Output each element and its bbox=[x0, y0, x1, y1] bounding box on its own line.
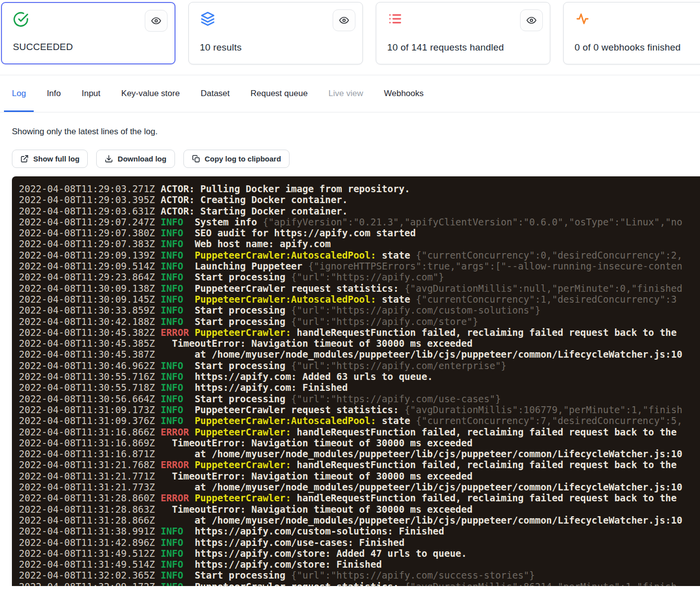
log-line: 2022-04-08T11:30:09.138Z INFO PuppeteerC… bbox=[19, 283, 700, 294]
tab-key-value-store[interactable]: Key-value store bbox=[114, 75, 188, 112]
view-requests-button[interactable] bbox=[520, 9, 543, 31]
log-line: 2022-04-08T11:31:28.860Z ERROR Puppeteer… bbox=[19, 492, 700, 503]
log-line: 2022-04-08T11:31:49.514Z INFO https://ap… bbox=[19, 559, 700, 570]
log-line: 2022-04-08T11:29:03.271Z ACTOR: Pulling … bbox=[19, 183, 700, 194]
pulse-icon bbox=[575, 11, 590, 27]
log-line: 2022-04-08T11:29:09.139Z INFO PuppeteerC… bbox=[19, 250, 700, 261]
run-status-card: SUCCEEDED bbox=[1, 2, 175, 64]
log-note: Showing only the latest lines of the log… bbox=[12, 127, 700, 137]
run-detail-tabs: Log Info Input Key-value store Dataset R… bbox=[0, 75, 700, 112]
copy-log-label: Copy log to clipboard bbox=[205, 155, 281, 163]
log-line: 2022-04-08T11:30:33.859Z INFO Start proc… bbox=[19, 305, 700, 316]
status-cards-row: SUCCEEDED 10 results 10 of 141 requests … bbox=[0, 0, 700, 64]
log-line: 2022-04-08T11:29:03.395Z ACTOR: Creating… bbox=[19, 194, 700, 205]
copy-icon bbox=[192, 155, 200, 163]
run-status-label: SUCCEEDED bbox=[13, 42, 73, 53]
show-full-log-button[interactable]: Show full log bbox=[12, 150, 88, 168]
log-line: 2022-04-08T11:31:16.871Z at /home/myuser… bbox=[19, 448, 700, 459]
eye-icon bbox=[339, 15, 350, 26]
log-line: 2022-04-08T11:29:03.631Z ACTOR: Starting… bbox=[19, 206, 700, 216]
log-line: 2022-04-08T11:32:09.172Z INFO PuppeteerC… bbox=[19, 581, 700, 586]
log-line: 2022-04-08T11:30:46.962Z INFO Start proc… bbox=[19, 360, 700, 371]
copy-log-button[interactable]: Copy log to clipboard bbox=[183, 150, 290, 168]
requests-handled-label: 10 of 141 requests handled bbox=[387, 42, 504, 53]
log-line: 2022-04-08T11:31:09.173Z INFO PuppeteerC… bbox=[19, 404, 700, 415]
log-line: 2022-04-08T11:29:07.247Z INFO System inf… bbox=[19, 216, 700, 227]
tab-log[interactable]: Log bbox=[4, 75, 34, 112]
log-line: 2022-04-08T11:31:16.866Z ERROR Puppeteer… bbox=[19, 427, 700, 437]
log-line: 2022-04-08T11:30:45.387Z at /home/myuser… bbox=[19, 349, 700, 360]
log-output: 2022-04-08T11:29:03.271Z ACTOR: Pulling … bbox=[12, 176, 700, 586]
tab-info[interactable]: Info bbox=[39, 75, 68, 112]
log-line: 2022-04-08T11:32:02.365Z INFO Start proc… bbox=[19, 570, 700, 581]
log-line: 2022-04-08T11:30:42.188Z INFO Start proc… bbox=[19, 316, 700, 327]
log-line: 2022-04-08T11:31:09.376Z INFO PuppeteerC… bbox=[19, 415, 700, 426]
download-log-button[interactable]: Download log bbox=[96, 150, 175, 168]
log-line: 2022-04-08T11:30:56.664Z INFO Start proc… bbox=[19, 393, 700, 404]
tab-request-queue[interactable]: Request queue bbox=[242, 75, 315, 112]
log-line: 2022-04-08T11:31:21.768Z ERROR Puppeteer… bbox=[19, 459, 700, 470]
tab-dataset[interactable]: Dataset bbox=[193, 75, 238, 112]
log-line: 2022-04-08T11:31:49.512Z INFO https://ap… bbox=[19, 548, 700, 559]
log-line: 2022-04-08T11:29:07.383Z INFO Web host n… bbox=[19, 238, 700, 249]
layers-icon bbox=[200, 11, 216, 27]
log-line: 2022-04-08T11:31:21.773Z at /home/myuser… bbox=[19, 482, 700, 492]
log-line: 2022-04-08T11:31:16.869Z TimeoutError: N… bbox=[19, 437, 700, 448]
view-status-button[interactable] bbox=[145, 10, 168, 32]
log-line: 2022-04-08T11:29:23.864Z INFO Start proc… bbox=[19, 271, 700, 282]
log-line: 2022-04-08T11:31:38.991Z INFO https://ap… bbox=[19, 526, 700, 536]
tab-live-view: Live view bbox=[321, 75, 371, 112]
log-line: 2022-04-08T11:30:55.718Z INFO https://ap… bbox=[19, 382, 700, 393]
external-link-icon bbox=[20, 155, 29, 163]
download-log-label: Download log bbox=[117, 155, 166, 163]
results-count-label: 10 results bbox=[200, 42, 241, 53]
requests-card: 10 of 141 requests handled bbox=[376, 2, 550, 64]
log-line: 2022-04-08T11:30:09.145Z INFO PuppeteerC… bbox=[19, 294, 700, 305]
webhooks-finished-label: 0 of 0 webhooks finished bbox=[575, 42, 681, 53]
eye-icon bbox=[151, 15, 162, 26]
log-line: 2022-04-08T11:31:21.771Z TimeoutError: N… bbox=[19, 471, 700, 482]
log-line: 2022-04-08T11:29:07.380Z INFO SEO audit … bbox=[19, 227, 700, 238]
log-actions: Show full log Download log Copy log to c… bbox=[12, 150, 700, 168]
check-circle-icon bbox=[13, 11, 29, 27]
log-line: 2022-04-08T11:30:45.385Z TimeoutError: N… bbox=[19, 338, 700, 349]
log-line: 2022-04-08T11:31:28.863Z TimeoutError: N… bbox=[19, 504, 700, 515]
log-line: 2022-04-08T11:30:55.716Z INFO https://ap… bbox=[19, 371, 700, 382]
tab-webhooks[interactable]: Webhooks bbox=[376, 75, 432, 112]
log-line: 2022-04-08T11:31:28.866Z at /home/myuser… bbox=[19, 515, 700, 526]
list-icon bbox=[387, 11, 403, 27]
webhooks-card: 0 of 0 webhooks finished bbox=[563, 2, 700, 64]
view-results-button[interactable] bbox=[333, 9, 355, 31]
show-full-log-label: Show full log bbox=[33, 155, 79, 163]
download-icon bbox=[105, 155, 113, 163]
log-line: 2022-04-08T11:31:42.896Z INFO https://ap… bbox=[19, 537, 700, 548]
results-card: 10 results bbox=[188, 2, 363, 64]
tab-input[interactable]: Input bbox=[74, 75, 109, 112]
log-line: 2022-04-08T11:30:45.382Z ERROR Puppeteer… bbox=[19, 327, 700, 338]
eye-icon bbox=[526, 15, 537, 26]
log-line: 2022-04-08T11:29:09.514Z INFO Launching … bbox=[19, 261, 700, 271]
